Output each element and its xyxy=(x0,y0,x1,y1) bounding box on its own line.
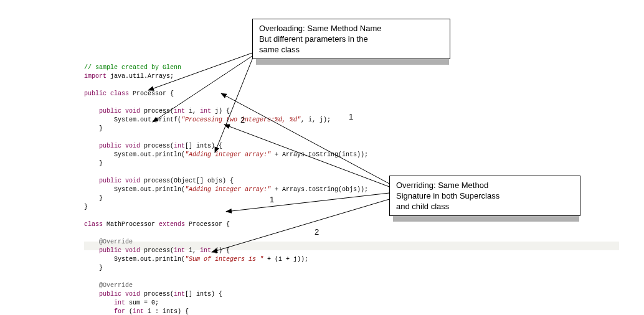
code-keyword: void xyxy=(121,177,140,184)
code-text: process( xyxy=(140,108,174,115)
code-keyword: import xyxy=(84,73,107,80)
code-text: process( xyxy=(140,291,174,298)
callout-text: same class xyxy=(259,44,443,55)
code-keyword: public xyxy=(99,291,121,298)
code-annotation: @Override xyxy=(99,282,133,289)
code-text: i, xyxy=(185,247,200,254)
code-text: ( xyxy=(125,308,133,315)
code-text: } xyxy=(99,125,103,132)
code-text: } xyxy=(99,160,103,167)
code-keyword: public xyxy=(99,108,121,115)
code-annotation: @Override xyxy=(99,238,133,245)
code-text: [] ints) { xyxy=(185,143,222,149)
code-text: System.out.println( xyxy=(114,256,185,263)
code-text: System.out.println( xyxy=(114,151,185,158)
callout-text: But different parameters in the xyxy=(259,34,443,44)
code-text: + Arrays.toString(ints)); xyxy=(271,151,368,158)
code-text: + (i + j)); xyxy=(263,256,308,263)
code-text: } xyxy=(99,195,103,202)
code-keyword: int xyxy=(174,247,185,254)
code-keyword: public xyxy=(84,90,107,97)
code-text: [] ints) { xyxy=(185,291,222,298)
code-text: i : ints) { xyxy=(144,308,189,315)
code-keyword: void xyxy=(121,143,140,149)
code-text: ; xyxy=(155,299,159,306)
callout-text: Overloading: Same Method Name xyxy=(259,23,443,34)
arrow-label: 1 xyxy=(349,112,353,121)
code-keyword: public xyxy=(99,247,121,254)
code-text: Processor { xyxy=(129,90,174,97)
code-keyword: extends xyxy=(159,221,185,228)
code-text: process(Object[] objs) { xyxy=(140,177,234,184)
code-text: i, xyxy=(185,108,200,115)
code-text: } xyxy=(84,204,88,210)
code-text: } xyxy=(99,265,103,271)
callout-text: and child class xyxy=(396,201,574,212)
callout-overriding: Overriding: Same Method Signature in bot… xyxy=(389,176,580,216)
code-keyword: int xyxy=(174,291,185,298)
code-text: process( xyxy=(140,247,174,254)
code-keyword: void xyxy=(121,108,140,115)
code-keyword: class xyxy=(84,221,103,228)
arrow-label: 1 xyxy=(270,195,274,204)
code-keyword: for xyxy=(114,308,125,315)
code-keyword: public xyxy=(99,143,121,149)
arrow-label: 2 xyxy=(240,115,245,125)
code-text: process( xyxy=(140,143,174,149)
code-keyword: public xyxy=(99,177,121,184)
code-string: "Adding integer array:" xyxy=(185,186,271,193)
code-text: System.out.printf( xyxy=(114,116,181,123)
code-text: java.util.Arrays; xyxy=(107,73,174,80)
code-keyword: int xyxy=(200,247,211,254)
code-text: System.out.println( xyxy=(114,186,185,193)
code-text: j) { xyxy=(211,247,230,254)
code-text: + Arrays.toString(objs)); xyxy=(271,186,368,193)
code-text: , i, j); xyxy=(301,116,331,123)
code-block: // sample created by Glenn import java.u… xyxy=(84,55,368,315)
arrow-label: 2 xyxy=(315,227,319,237)
code-keyword: int xyxy=(133,308,144,315)
callout-text: Overriding: Same Method xyxy=(396,180,574,190)
callout-overloading: Overloading: Same Method Name But differ… xyxy=(252,19,450,59)
code-keyword: void xyxy=(121,247,140,254)
code-text: j) { xyxy=(211,108,230,115)
code-keyword: int xyxy=(114,299,125,306)
callout-text: Signature in both Superclass xyxy=(396,190,574,201)
code-keyword: int xyxy=(200,108,211,115)
code-string: "Adding integer array:" xyxy=(185,151,271,158)
code-comment: // sample created by Glenn xyxy=(84,64,181,71)
code-keyword: class xyxy=(107,90,129,97)
code-text: MathProcessor xyxy=(103,221,159,228)
code-string: "Sum of integers is " xyxy=(185,256,263,263)
code-text: sum = xyxy=(125,299,151,306)
code-keyword: int xyxy=(174,108,185,115)
code-keyword: void xyxy=(121,291,140,298)
code-text: Processor { xyxy=(185,221,230,228)
code-keyword: int xyxy=(174,143,185,149)
